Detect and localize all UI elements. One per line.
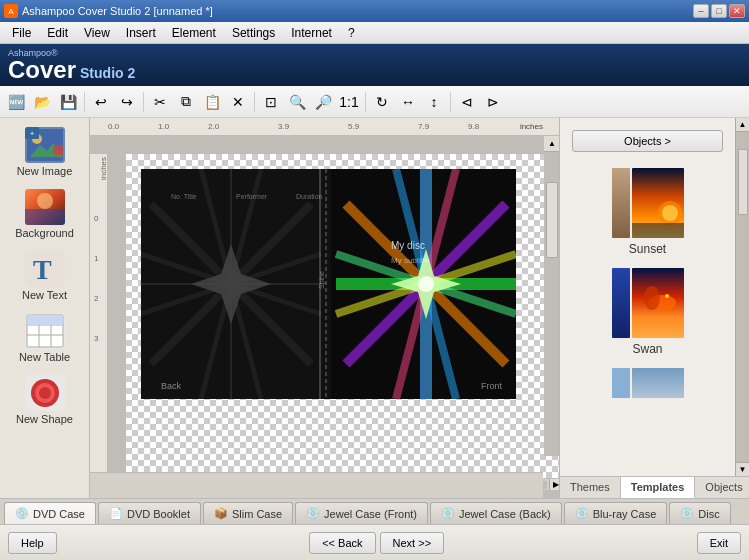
menu-internet[interactable]: Internet xyxy=(283,24,340,42)
logo-main: CoverStudio 2 xyxy=(8,58,135,82)
svg-point-8 xyxy=(37,193,53,209)
svg-point-22 xyxy=(39,387,51,399)
svg-point-61 xyxy=(644,286,660,310)
tab-slim-case[interactable]: 📦 Slim Case xyxy=(203,502,293,524)
svg-rect-58 xyxy=(632,223,684,238)
maximize-button[interactable]: □ xyxy=(711,4,727,18)
svg-text:T: T xyxy=(33,254,52,285)
exit-button[interactable]: Exit xyxy=(697,532,741,554)
toolbar-align-left[interactable]: ⊲ xyxy=(455,90,479,114)
toolbar-new[interactable]: 🆕 xyxy=(4,90,28,114)
toolbar-zoom-out[interactable]: 🔎 xyxy=(311,90,335,114)
new-shape-icon xyxy=(25,375,65,411)
tab-templates[interactable]: Templates xyxy=(621,477,696,498)
toolbar-rotate[interactable]: ↻ xyxy=(370,90,394,114)
tab-objects[interactable]: Objects xyxy=(695,477,749,498)
tab-jewel-front[interactable]: 💿 Jewel Case (Front) xyxy=(295,502,428,524)
toolbar-redo[interactable]: ↪ xyxy=(115,90,139,114)
scroll-thumb-v[interactable] xyxy=(546,182,558,258)
toolbar-sep1 xyxy=(84,92,85,112)
panel-scroll-down[interactable]: ▼ xyxy=(736,462,749,476)
tab-dvd-case-label: DVD Case xyxy=(33,508,85,520)
svg-text:Front: Front xyxy=(481,381,503,391)
window-controls[interactable]: – □ ✕ xyxy=(693,4,745,18)
toolbar-delete[interactable]: ✕ xyxy=(226,90,250,114)
toolbar-cut[interactable]: ✂ xyxy=(148,90,172,114)
close-button[interactable]: ✕ xyxy=(729,4,745,18)
svg-text:+: + xyxy=(29,129,34,138)
template-partial[interactable] xyxy=(568,368,727,398)
svg-text:My subtitle: My subtitle xyxy=(391,256,430,265)
svg-text:My disc: My disc xyxy=(391,240,425,251)
menu-element[interactable]: Element xyxy=(164,24,224,42)
back-button[interactable]: << Back xyxy=(309,532,375,554)
svg-point-62 xyxy=(665,294,669,298)
toolbar-paste[interactable]: 📋 xyxy=(200,90,224,114)
menu-edit[interactable]: Edit xyxy=(39,24,76,42)
bottom-bar: Help << Back Next >> Exit xyxy=(0,524,749,560)
tab-jewel-front-label: Jewel Case (Front) xyxy=(324,508,417,520)
tool-new-image[interactable]: + New Image xyxy=(6,122,84,182)
tab-jewel-back[interactable]: 💿 Jewel Case (Back) xyxy=(430,502,562,524)
tab-bluray[interactable]: 💿 Blu-ray Case xyxy=(564,502,668,524)
title-bar: A Ashampoo Cover Studio 2 [unnamed *] – … xyxy=(0,0,749,22)
tab-dvd-case[interactable]: 💿 DVD Case xyxy=(4,502,96,524)
menu-view[interactable]: View xyxy=(76,24,118,42)
template-partial-preview xyxy=(612,368,684,398)
tool-new-table[interactable]: New Table xyxy=(6,308,84,368)
toolbar-sep3 xyxy=(254,92,255,112)
template-swan-spine xyxy=(612,268,630,338)
tool-new-text[interactable]: T New Text xyxy=(6,246,84,306)
panel-scroll-thumb[interactable] xyxy=(738,149,748,215)
template-sunset[interactable]: Sunset xyxy=(568,168,727,256)
scroll-right-btn[interactable]: ▶ xyxy=(549,479,559,491)
toolbar-zoom-in[interactable]: 🔍 xyxy=(285,90,309,114)
toolbar-sep5 xyxy=(450,92,451,112)
menu-file[interactable]: File xyxy=(4,24,39,42)
menu-settings[interactable]: Settings xyxy=(224,24,283,42)
toolbar-copy[interactable]: ⧉ xyxy=(174,90,198,114)
help-button[interactable]: Help xyxy=(8,532,57,554)
toolbar-zoom-fit[interactable]: ⊡ xyxy=(259,90,283,114)
tool-new-shape[interactable]: New Shape xyxy=(6,370,84,430)
toolbar-align-right[interactable]: ⊳ xyxy=(481,90,505,114)
toolbar-flip-v[interactable]: ↕ xyxy=(422,90,446,114)
tab-dvd-booklet[interactable]: 📄 DVD Booklet xyxy=(98,502,201,524)
tool-new-text-label: New Text xyxy=(22,289,67,301)
objects-button[interactable]: Objects > xyxy=(572,130,723,152)
tab-disc-label: Disc xyxy=(698,508,719,520)
dvd-case-icon: 💿 xyxy=(15,507,29,520)
svg-text:No. Title: No. Title xyxy=(171,193,197,200)
menu-help[interactable]: ? xyxy=(340,24,363,42)
tab-bluray-label: Blu-ray Case xyxy=(593,508,657,520)
new-table-icon xyxy=(25,313,65,349)
tool-background[interactable]: Background xyxy=(6,184,84,244)
tool-background-label: Background xyxy=(15,227,74,239)
scroll-up-btn[interactable]: ▲ xyxy=(544,136,559,152)
toolbar-zoom-100[interactable]: 1:1 xyxy=(337,90,361,114)
template-swan-preview xyxy=(612,268,684,338)
jewel-front-icon: 💿 xyxy=(306,507,320,520)
panel-scroll-up[interactable]: ▲ xyxy=(736,118,749,132)
menu-insert[interactable]: Insert xyxy=(118,24,164,42)
tab-themes[interactable]: Themes xyxy=(560,477,621,498)
logo: Ashampoo® CoverStudio 2 xyxy=(8,48,135,82)
toolbar-undo[interactable]: ↩ xyxy=(89,90,113,114)
next-button[interactable]: Next >> xyxy=(380,532,445,554)
tab-jewel-back-label: Jewel Case (Back) xyxy=(459,508,551,520)
svg-text:Performer: Performer xyxy=(236,193,268,200)
template-swan-front xyxy=(632,268,684,338)
tab-disc[interactable]: 💿 Disc xyxy=(669,502,730,524)
canvas-status-bar xyxy=(90,472,543,498)
canvas-viewport[interactable]: My disc My subtitle No. Title Performer … xyxy=(126,154,559,490)
toolbar-save[interactable]: 💾 xyxy=(56,90,80,114)
tab-dvd-booklet-label: DVD Booklet xyxy=(127,508,190,520)
template-partial-front xyxy=(632,368,684,398)
toolbar-open[interactable]: 📂 xyxy=(30,90,54,114)
minimize-button[interactable]: – xyxy=(693,4,709,18)
slim-case-icon: 📦 xyxy=(214,507,228,520)
toolbar-flip-h[interactable]: ↔ xyxy=(396,90,420,114)
tab-slim-case-label: Slim Case xyxy=(232,508,282,520)
menu-bar: File Edit View Insert Element Settings I… xyxy=(0,22,749,44)
template-swan[interactable]: Swan xyxy=(568,268,727,356)
